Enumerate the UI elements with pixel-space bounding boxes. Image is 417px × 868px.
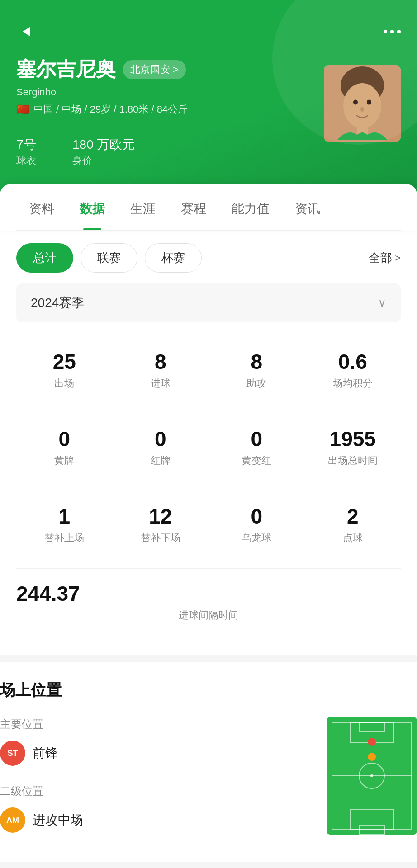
tab-saicheng[interactable]: 赛程 — [168, 184, 219, 230]
player-details: 中国 / 中场 / 29岁 / 1.80米 / 84公斤 — [33, 103, 188, 116]
player-numbers: 7号 球衣 180 万欧元 身价 — [16, 129, 324, 168]
stat-value-goal-interval: 244.37 — [16, 583, 401, 604]
flag-icon: 🇨🇳 — [16, 103, 30, 116]
stat-label-yellow-red: 黄变红 — [242, 454, 271, 467]
svg-point-11 — [370, 774, 373, 777]
value-block: 180 万欧元 身价 — [72, 129, 135, 168]
stat-value-sub-on: 1 — [58, 506, 70, 527]
jersey-number: 7号 — [16, 129, 36, 152]
player-name: 塞尔吉尼奥 — [16, 56, 116, 83]
stat-value-red: 0 — [155, 429, 166, 449]
secondary-position-label: 二级位置 — [0, 784, 308, 798]
more-button[interactable] — [384, 30, 401, 33]
stat-label-minutes: 出场总时间 — [328, 454, 378, 467]
top-bar — [16, 22, 401, 42]
am-badge: AM — [0, 807, 25, 833]
primary-position-item: ST 前锋 — [0, 741, 308, 766]
svg-point-5 — [360, 107, 364, 112]
field-svg — [327, 717, 417, 835]
position-labels: 主要位置 ST 前锋 二级位置 AM 进攻中场 — [0, 717, 308, 844]
stat-label-red: 红牌 — [151, 454, 171, 467]
secondary-position-block: 二级位置 AM 进攻中场 — [0, 784, 308, 833]
filter-row: 总计 联赛 杯赛 全部 > — [16, 231, 401, 283]
stat-value-yellow-red: 0 — [251, 429, 262, 449]
player-avatar — [324, 65, 401, 142]
main-content: 总计 联赛 杯赛 全部 > 2024赛季 ∨ 25 出场 8 进球 8 助攻 0… — [0, 231, 417, 655]
stat-label-appearances: 出场 — [54, 377, 74, 390]
stat-value-assists: 8 — [251, 351, 262, 372]
season-dropdown[interactable]: 2024赛季 ∨ — [16, 283, 401, 322]
stats-divider-2 — [16, 491, 401, 491]
tab-shuju[interactable]: 数据 — [67, 184, 118, 230]
stat-value-yellow: 0 — [58, 429, 70, 449]
svg-point-4 — [367, 100, 371, 105]
stat-label-goal-interval: 进球间隔时间 — [16, 609, 401, 622]
stat-value-sub-off: 12 — [149, 506, 172, 527]
tab-zixun[interactable]: 资讯 — [282, 184, 333, 230]
stat-label-sub-off: 替补下场 — [141, 531, 180, 545]
dot-icon — [390, 30, 394, 33]
svg-point-16 — [368, 738, 376, 746]
special-stat-block: 244.37 进球间隔时间 — [16, 572, 401, 637]
tab-nengli[interactable]: 能力值 — [219, 184, 282, 230]
stat-sub-off: 12 替补下场 — [113, 495, 209, 559]
filter-total[interactable]: 总计 — [16, 243, 73, 273]
value-label: 身价 — [72, 154, 135, 168]
stats-row-2: 0 黄牌 0 红牌 0 黄变红 1955 出场总时间 — [16, 418, 401, 482]
stat-label-own-goal: 乌龙球 — [242, 531, 271, 545]
filter-all-button[interactable]: 全部 > — [369, 250, 401, 266]
stats-divider-3 — [16, 568, 401, 569]
stat-sub-on: 1 替补上场 — [16, 495, 113, 559]
dot-icon — [384, 30, 387, 33]
stat-label-rating: 场均积分 — [333, 377, 373, 390]
stat-own-goal: 0 乌龙球 — [208, 495, 305, 559]
field-diagram — [327, 717, 417, 835]
tab-shengya[interactable]: 生涯 — [118, 184, 168, 230]
svg-point-2 — [343, 83, 381, 128]
stat-minutes: 1955 出场总时间 — [305, 418, 401, 482]
primary-position-label: 主要位置 — [0, 717, 308, 731]
secondary-position-item: AM 进攻中场 — [0, 807, 308, 833]
secondary-position-name: 进攻中场 — [33, 811, 83, 829]
tabs: 资料 数据 生涯 赛程 能力值 资讯 — [16, 184, 401, 231]
position-section-title: 场上位置 — [0, 680, 417, 701]
st-badge: ST — [0, 741, 25, 766]
tab-ziliao[interactable]: 资料 — [16, 184, 67, 230]
position-content: 主要位置 ST 前锋 二级位置 AM 进攻中场 — [0, 717, 417, 844]
stat-value-own-goal: 0 — [251, 506, 262, 527]
stat-label-goals: 进球 — [151, 377, 171, 390]
stat-label-penalty: 点球 — [343, 531, 363, 545]
svg-point-3 — [353, 100, 358, 105]
tabs-container: 资料 数据 生涯 赛程 能力值 资讯 — [0, 184, 417, 231]
stats-row-3: 1 替补上场 12 替补下场 0 乌龙球 2 点球 — [16, 495, 401, 559]
jersey-label: 球衣 — [16, 154, 36, 168]
section-divider — [0, 655, 417, 662]
stat-label-assists: 助攻 — [246, 377, 266, 390]
primary-position-block: 主要位置 ST 前锋 — [0, 717, 308, 766]
stat-goals: 8 进球 — [113, 340, 209, 405]
hero-section: 塞尔吉尼奥 北京国安 > Serginho 🇨🇳 中国 / 中场 / 29岁 /… — [0, 0, 417, 195]
stat-label-sub-on: 替补上场 — [44, 531, 84, 545]
svg-point-17 — [368, 753, 376, 761]
filter-cup[interactable]: 杯赛 — [145, 243, 202, 273]
player-name-row: 塞尔吉尼奥 北京国安 > — [16, 56, 324, 83]
back-button[interactable] — [16, 22, 36, 42]
avatar-svg — [324, 65, 401, 142]
stat-red: 0 红牌 — [113, 418, 209, 482]
team-badge[interactable]: 北京国安 > — [123, 60, 186, 79]
filter-league[interactable]: 联赛 — [81, 243, 137, 273]
back-icon — [23, 27, 30, 36]
stat-appearances: 25 出场 — [16, 340, 113, 405]
stat-value-appearances: 25 — [53, 351, 76, 372]
stat-yellow: 0 黄牌 — [16, 418, 113, 482]
player-meta: 🇨🇳 中国 / 中场 / 29岁 / 1.80米 / 84公斤 — [16, 103, 324, 116]
primary-position-name: 前锋 — [33, 745, 58, 762]
stat-yellow-red: 0 黄变红 — [208, 418, 305, 482]
jersey-block: 7号 球衣 — [16, 129, 36, 168]
dot-icon — [397, 30, 401, 33]
stat-assists: 8 助攻 — [208, 340, 305, 405]
player-latin-name: Serginho — [16, 86, 324, 98]
stat-value-goals: 8 — [155, 351, 166, 372]
season-label: 2024赛季 — [31, 294, 84, 311]
chevron-down-icon: ∨ — [378, 297, 386, 309]
